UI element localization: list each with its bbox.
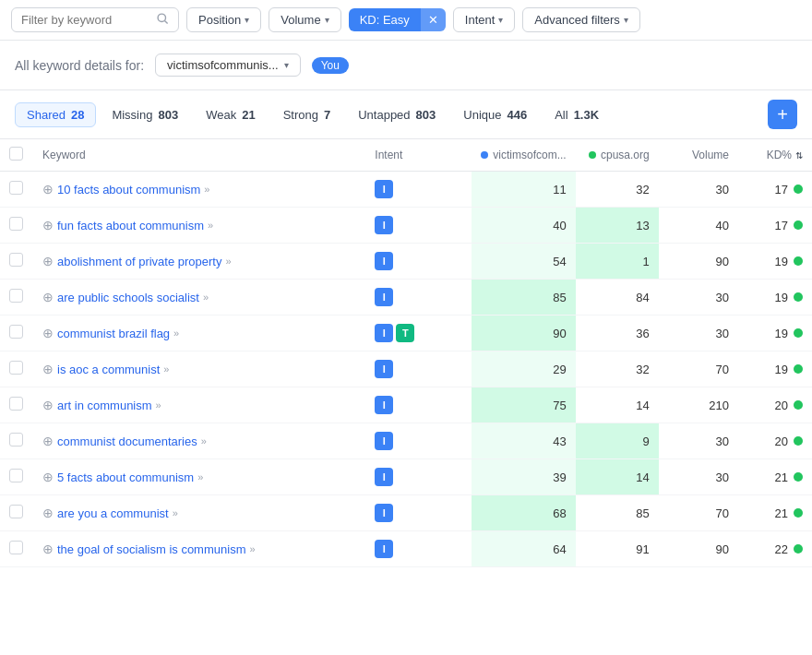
row-checkbox[interactable] (9, 433, 23, 447)
kd-value: 19 (775, 363, 788, 376)
external-link-icon: » (163, 363, 169, 375)
tab-shared[interactable]: Shared 28 (15, 102, 96, 127)
table-row: ⊕ 5 facts about communism » I39143021 (0, 459, 812, 495)
tab-missing[interactable]: Missing 803 (100, 102, 190, 127)
intent-cell: IT (365, 316, 439, 351)
row-checkbox[interactable] (9, 325, 23, 339)
row-checkbox[interactable] (9, 469, 23, 482)
keyword-link[interactable]: ⊕ communist brazil flag » (42, 326, 356, 340)
position-filter-button[interactable]: Position ▾ (186, 7, 261, 32)
intent-cell: I (365, 351, 439, 387)
row-checkbox-cell (0, 316, 33, 351)
filter-input-wrap[interactable] (11, 7, 179, 32)
kd-dot (794, 472, 803, 482)
row-checkbox[interactable] (9, 397, 23, 411)
kd-cell: 19 (738, 244, 812, 280)
kd-dot (794, 544, 803, 554)
tab-all[interactable]: All 1.3K (543, 102, 611, 127)
kd-filter-badge: KD: Easy ✕ (349, 8, 446, 31)
keyword-link[interactable]: ⊕ 5 facts about communism » (42, 470, 356, 484)
kd-badge-close-button[interactable]: ✕ (421, 8, 446, 31)
domain1-rank-cell: 11 (472, 172, 575, 208)
volume-filter-button[interactable]: Volume ▾ (269, 7, 340, 32)
intent-cell: I (365, 172, 439, 207)
volume-cell: 30 (659, 172, 738, 208)
keyword-link[interactable]: ⊕ 10 facts about communism » (42, 182, 356, 196)
keyword-link[interactable]: ⊕ art in communism » (42, 398, 356, 412)
domain1-rank-cell: 64 (472, 531, 575, 567)
kd-value: 20 (775, 399, 788, 412)
keyword-link[interactable]: ⊕ communist documentaries » (42, 434, 356, 448)
kd-value: 21 (775, 506, 788, 520)
row-checkbox[interactable] (9, 217, 23, 231)
keyword-cell: ⊕ the goal of socialism is communism » (33, 531, 365, 567)
intent-badge-i: I (375, 504, 393, 522)
keywords-table: Keyword Intent victimsofcom... cpusa.org… (0, 139, 812, 567)
volume-cell: 30 (659, 316, 738, 351)
keyword-cell: ⊕ fun facts about communism » (33, 208, 365, 244)
external-link-icon: » (197, 471, 203, 482)
row-checkbox[interactable] (9, 253, 23, 267)
header-row: All keyword details for: victimsofcommun… (0, 41, 812, 90)
domain1-rank-cell: 39 (472, 459, 575, 495)
advanced-filters-button[interactable]: Advanced filters ▾ (522, 7, 640, 32)
intent-cell: I (365, 459, 439, 494)
table-row: ⊕ the goal of socialism is communism » I… (0, 531, 812, 567)
tab-unique[interactable]: Unique 446 (451, 102, 539, 127)
kd-value: 19 (775, 291, 788, 304)
row-checkbox-cell (0, 459, 33, 495)
keyword-text: 5 facts about communism (57, 470, 194, 484)
row-checkbox[interactable] (9, 181, 23, 195)
keyword-link[interactable]: ⊕ the goal of socialism is communism » (42, 542, 356, 556)
select-all-checkbox[interactable] (9, 147, 23, 161)
keyword-cell: ⊕ is aoc a communist » (33, 351, 365, 387)
intent-badge-i: I (375, 396, 393, 414)
keyword-link[interactable]: ⊕ are public schools socialist » (42, 290, 356, 304)
kd-cell: 19 (738, 316, 812, 351)
expand-icon: ⊕ (42, 254, 54, 268)
expand-icon: ⊕ (42, 362, 54, 376)
volume-cell: 30 (659, 423, 738, 459)
row-checkbox[interactable] (9, 541, 23, 554)
table-row: ⊕ is aoc a communist » I29327019 (0, 351, 812, 387)
you-badge: You (312, 57, 349, 74)
row-checkbox[interactable] (9, 289, 23, 303)
external-link-icon: » (225, 256, 231, 267)
kd-value: 19 (775, 327, 788, 340)
domain2-rank-cell: 14 (576, 459, 659, 495)
kd-value: 17 (775, 183, 788, 196)
keyword-link[interactable]: ⊕ are you a communist » (42, 506, 356, 520)
row-checkbox-cell (0, 280, 33, 316)
keyword-text: art in communism (57, 399, 152, 412)
add-button[interactable]: + (768, 100, 797, 129)
keyword-text: communist brazil flag (57, 327, 170, 340)
kd-dot (794, 185, 803, 194)
table-wrap: Keyword Intent victimsofcom... cpusa.org… (0, 139, 812, 639)
select-all-header[interactable] (0, 139, 33, 172)
tab-strong[interactable]: Strong 7 (271, 102, 343, 127)
kd-dot (794, 328, 803, 338)
chevron-down-icon: ▾ (624, 15, 628, 25)
row-checkbox-cell (0, 387, 33, 423)
expand-icon: ⊕ (42, 218, 54, 232)
domain2-rank-cell: 14 (576, 387, 659, 423)
row-checkbox[interactable] (9, 361, 23, 375)
kd-badge-label: KD: Easy (349, 8, 421, 31)
kd-cell: 19 (738, 280, 812, 316)
row-checkbox[interactable] (9, 505, 23, 518)
keyword-filter-input[interactable] (21, 13, 150, 27)
domain2-rank-cell: 32 (576, 172, 659, 208)
volume-cell: 90 (659, 531, 738, 567)
intent-badge-i: I (375, 540, 393, 558)
domain-selector[interactable]: victimsofcommunis... ▾ (155, 54, 301, 77)
keyword-link[interactable]: ⊕ is aoc a communist » (42, 362, 356, 376)
domain1-rank-cell: 29 (472, 351, 575, 387)
domain1-rank-cell: 54 (472, 244, 575, 280)
keyword-cell: ⊕ abolishment of private property » (33, 244, 365, 280)
keyword-link[interactable]: ⊕ abolishment of private property » (42, 254, 356, 268)
kd-cell: 19 (738, 351, 812, 387)
tab-weak[interactable]: Weak 21 (194, 102, 267, 127)
tab-untapped[interactable]: Untapped 803 (346, 102, 448, 127)
intent-filter-button[interactable]: Intent ▾ (453, 7, 516, 32)
keyword-link[interactable]: ⊕ fun facts about communism » (42, 218, 356, 232)
